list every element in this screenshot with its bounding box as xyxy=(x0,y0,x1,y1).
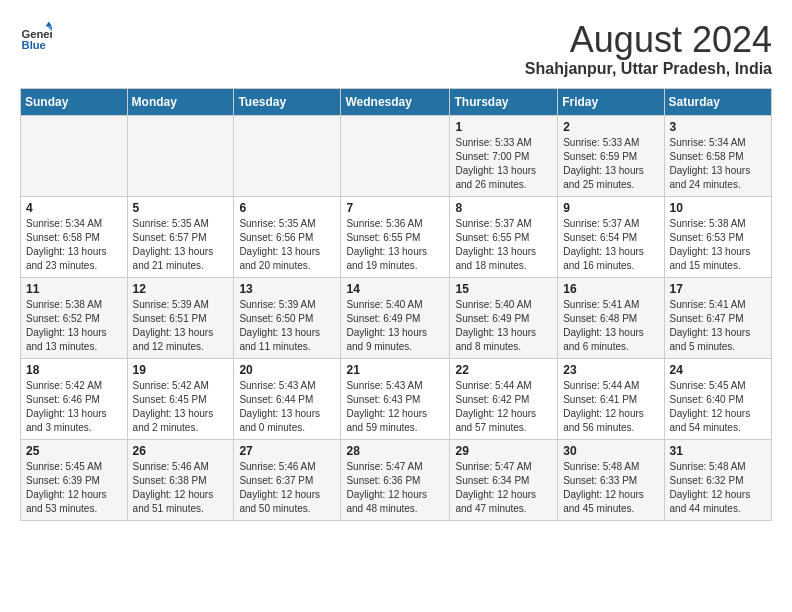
calendar-cell: 22Sunrise: 5:44 AM Sunset: 6:42 PM Dayli… xyxy=(450,358,558,439)
calendar-cell: 10Sunrise: 5:38 AM Sunset: 6:53 PM Dayli… xyxy=(664,196,771,277)
day-info: Sunrise: 5:40 AM Sunset: 6:49 PM Dayligh… xyxy=(346,298,444,354)
day-info: Sunrise: 5:43 AM Sunset: 6:44 PM Dayligh… xyxy=(239,379,335,435)
calendar-cell: 25Sunrise: 5:45 AM Sunset: 6:39 PM Dayli… xyxy=(21,439,128,520)
day-info: Sunrise: 5:37 AM Sunset: 6:55 PM Dayligh… xyxy=(455,217,552,273)
calendar-cell: 29Sunrise: 5:47 AM Sunset: 6:34 PM Dayli… xyxy=(450,439,558,520)
calendar-cell: 21Sunrise: 5:43 AM Sunset: 6:43 PM Dayli… xyxy=(341,358,450,439)
calendar-cell: 14Sunrise: 5:40 AM Sunset: 6:49 PM Dayli… xyxy=(341,277,450,358)
calendar-cell: 8Sunrise: 5:37 AM Sunset: 6:55 PM Daylig… xyxy=(450,196,558,277)
day-info: Sunrise: 5:40 AM Sunset: 6:49 PM Dayligh… xyxy=(455,298,552,354)
header-row: SundayMondayTuesdayWednesdayThursdayFrid… xyxy=(21,88,772,115)
week-row-5: 25Sunrise: 5:45 AM Sunset: 6:39 PM Dayli… xyxy=(21,439,772,520)
day-number: 5 xyxy=(133,201,229,215)
day-info: Sunrise: 5:46 AM Sunset: 6:38 PM Dayligh… xyxy=(133,460,229,516)
day-number: 12 xyxy=(133,282,229,296)
calendar-cell: 19Sunrise: 5:42 AM Sunset: 6:45 PM Dayli… xyxy=(127,358,234,439)
day-number: 2 xyxy=(563,120,658,134)
day-info: Sunrise: 5:38 AM Sunset: 6:53 PM Dayligh… xyxy=(670,217,766,273)
header-cell-sunday: Sunday xyxy=(21,88,128,115)
header-cell-thursday: Thursday xyxy=(450,88,558,115)
calendar-cell: 16Sunrise: 5:41 AM Sunset: 6:48 PM Dayli… xyxy=(558,277,664,358)
day-number: 18 xyxy=(26,363,122,377)
calendar-cell: 18Sunrise: 5:42 AM Sunset: 6:46 PM Dayli… xyxy=(21,358,128,439)
day-info: Sunrise: 5:47 AM Sunset: 6:36 PM Dayligh… xyxy=(346,460,444,516)
day-info: Sunrise: 5:42 AM Sunset: 6:46 PM Dayligh… xyxy=(26,379,122,435)
day-info: Sunrise: 5:35 AM Sunset: 6:57 PM Dayligh… xyxy=(133,217,229,273)
day-number: 6 xyxy=(239,201,335,215)
calendar-cell: 15Sunrise: 5:40 AM Sunset: 6:49 PM Dayli… xyxy=(450,277,558,358)
day-number: 26 xyxy=(133,444,229,458)
calendar-cell: 3Sunrise: 5:34 AM Sunset: 6:58 PM Daylig… xyxy=(664,115,771,196)
header-cell-saturday: Saturday xyxy=(664,88,771,115)
calendar-cell: 1Sunrise: 5:33 AM Sunset: 7:00 PM Daylig… xyxy=(450,115,558,196)
day-number: 7 xyxy=(346,201,444,215)
day-number: 10 xyxy=(670,201,766,215)
day-info: Sunrise: 5:34 AM Sunset: 6:58 PM Dayligh… xyxy=(670,136,766,192)
week-row-3: 11Sunrise: 5:38 AM Sunset: 6:52 PM Dayli… xyxy=(21,277,772,358)
day-number: 19 xyxy=(133,363,229,377)
day-info: Sunrise: 5:43 AM Sunset: 6:43 PM Dayligh… xyxy=(346,379,444,435)
day-number: 27 xyxy=(239,444,335,458)
day-number: 31 xyxy=(670,444,766,458)
calendar-cell: 6Sunrise: 5:35 AM Sunset: 6:56 PM Daylig… xyxy=(234,196,341,277)
main-title: August 2024 xyxy=(525,20,772,60)
header-cell-wednesday: Wednesday xyxy=(341,88,450,115)
day-number: 16 xyxy=(563,282,658,296)
day-number: 9 xyxy=(563,201,658,215)
svg-marker-2 xyxy=(46,22,52,27)
day-info: Sunrise: 5:46 AM Sunset: 6:37 PM Dayligh… xyxy=(239,460,335,516)
day-number: 28 xyxy=(346,444,444,458)
week-row-2: 4Sunrise: 5:34 AM Sunset: 6:58 PM Daylig… xyxy=(21,196,772,277)
week-row-4: 18Sunrise: 5:42 AM Sunset: 6:46 PM Dayli… xyxy=(21,358,772,439)
day-info: Sunrise: 5:44 AM Sunset: 6:41 PM Dayligh… xyxy=(563,379,658,435)
day-number: 14 xyxy=(346,282,444,296)
calendar-cell: 2Sunrise: 5:33 AM Sunset: 6:59 PM Daylig… xyxy=(558,115,664,196)
day-info: Sunrise: 5:45 AM Sunset: 6:39 PM Dayligh… xyxy=(26,460,122,516)
day-number: 3 xyxy=(670,120,766,134)
calendar-cell: 23Sunrise: 5:44 AM Sunset: 6:41 PM Dayli… xyxy=(558,358,664,439)
calendar-cell: 30Sunrise: 5:48 AM Sunset: 6:33 PM Dayli… xyxy=(558,439,664,520)
calendar-cell xyxy=(127,115,234,196)
day-info: Sunrise: 5:36 AM Sunset: 6:55 PM Dayligh… xyxy=(346,217,444,273)
day-info: Sunrise: 5:41 AM Sunset: 6:48 PM Dayligh… xyxy=(563,298,658,354)
day-info: Sunrise: 5:38 AM Sunset: 6:52 PM Dayligh… xyxy=(26,298,122,354)
calendar-header: SundayMondayTuesdayWednesdayThursdayFrid… xyxy=(21,88,772,115)
calendar-cell: 31Sunrise: 5:48 AM Sunset: 6:32 PM Dayli… xyxy=(664,439,771,520)
day-number: 22 xyxy=(455,363,552,377)
day-info: Sunrise: 5:48 AM Sunset: 6:33 PM Dayligh… xyxy=(563,460,658,516)
calendar-cell: 28Sunrise: 5:47 AM Sunset: 6:36 PM Dayli… xyxy=(341,439,450,520)
calendar-cell xyxy=(341,115,450,196)
day-number: 1 xyxy=(455,120,552,134)
header-cell-tuesday: Tuesday xyxy=(234,88,341,115)
day-number: 21 xyxy=(346,363,444,377)
calendar-cell: 27Sunrise: 5:46 AM Sunset: 6:37 PM Dayli… xyxy=(234,439,341,520)
calendar-cell xyxy=(21,115,128,196)
day-info: Sunrise: 5:44 AM Sunset: 6:42 PM Dayligh… xyxy=(455,379,552,435)
header-cell-monday: Monday xyxy=(127,88,234,115)
day-number: 29 xyxy=(455,444,552,458)
calendar-cell: 24Sunrise: 5:45 AM Sunset: 6:40 PM Dayli… xyxy=(664,358,771,439)
calendar-cell: 9Sunrise: 5:37 AM Sunset: 6:54 PM Daylig… xyxy=(558,196,664,277)
calendar-cell: 11Sunrise: 5:38 AM Sunset: 6:52 PM Dayli… xyxy=(21,277,128,358)
title-block: August 2024 Shahjanpur, Uttar Pradesh, I… xyxy=(525,20,772,78)
page-header: General Blue August 2024 Shahjanpur, Utt… xyxy=(20,20,772,78)
day-info: Sunrise: 5:41 AM Sunset: 6:47 PM Dayligh… xyxy=(670,298,766,354)
day-info: Sunrise: 5:45 AM Sunset: 6:40 PM Dayligh… xyxy=(670,379,766,435)
svg-text:Blue: Blue xyxy=(22,39,46,51)
day-number: 20 xyxy=(239,363,335,377)
calendar-cell: 20Sunrise: 5:43 AM Sunset: 6:44 PM Dayli… xyxy=(234,358,341,439)
day-number: 13 xyxy=(239,282,335,296)
day-number: 23 xyxy=(563,363,658,377)
calendar-cell: 7Sunrise: 5:36 AM Sunset: 6:55 PM Daylig… xyxy=(341,196,450,277)
header-cell-friday: Friday xyxy=(558,88,664,115)
day-number: 17 xyxy=(670,282,766,296)
calendar-cell: 12Sunrise: 5:39 AM Sunset: 6:51 PM Dayli… xyxy=(127,277,234,358)
day-info: Sunrise: 5:42 AM Sunset: 6:45 PM Dayligh… xyxy=(133,379,229,435)
day-info: Sunrise: 5:37 AM Sunset: 6:54 PM Dayligh… xyxy=(563,217,658,273)
week-row-1: 1Sunrise: 5:33 AM Sunset: 7:00 PM Daylig… xyxy=(21,115,772,196)
day-number: 8 xyxy=(455,201,552,215)
day-info: Sunrise: 5:34 AM Sunset: 6:58 PM Dayligh… xyxy=(26,217,122,273)
day-number: 4 xyxy=(26,201,122,215)
calendar-cell: 4Sunrise: 5:34 AM Sunset: 6:58 PM Daylig… xyxy=(21,196,128,277)
day-info: Sunrise: 5:33 AM Sunset: 7:00 PM Dayligh… xyxy=(455,136,552,192)
